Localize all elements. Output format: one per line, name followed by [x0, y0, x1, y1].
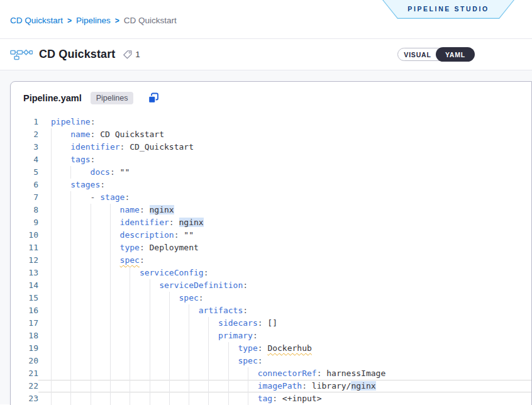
line-number: 3 — [11, 141, 38, 153]
editor-line-21[interactable]: 21connectorRef: harnessImage — [11, 367, 531, 380]
yaml-editor[interactable]: 1pipeline:2name: CD Quickstart3identifie… — [11, 114, 531, 405]
line-number: 23 — [11, 392, 38, 405]
editor-line-16[interactable]: 16artifacts: — [11, 304, 531, 317]
editor-line-19[interactable]: 19type: Dockerhub — [11, 342, 531, 355]
top-bar: CD Quickstart > Pipelines > CD Quickstar… — [0, 0, 532, 39]
line-number: 8 — [11, 204, 38, 216]
editor-line-6[interactable]: 6stages: — [11, 179, 531, 191]
line-number: 10 — [11, 229, 38, 241]
pipeline-studio-label: PIPELINE STUDIO — [407, 5, 489, 13]
breadcrumb-separator: > — [67, 16, 72, 25]
line-number: 7 — [11, 191, 38, 204]
editor-line-17[interactable]: 17sidecars: [] — [11, 317, 531, 330]
page-title: CD Quickstart — [39, 48, 115, 61]
editor-line-13[interactable]: 13serviceConfig: — [11, 267, 531, 279]
line-number: 22 — [11, 380, 38, 392]
line-number: 15 — [11, 292, 38, 304]
editor-line-22[interactable]: 22imagePath: library/nginx — [11, 380, 531, 392]
yaml-editor-card: Pipeline.yaml Pipelines 1pipeline:2name:… — [10, 81, 532, 405]
editor-line-2[interactable]: 2name: CD Quickstart — [11, 128, 531, 141]
line-number: 12 — [11, 254, 38, 267]
line-number: 16 — [11, 304, 38, 317]
toggle-visual-button[interactable]: VISUAL — [397, 48, 438, 61]
editor-line-14[interactable]: 14serviceDefinition: — [11, 279, 531, 292]
editor-line-23[interactable]: 23tag: <+input> — [11, 392, 531, 405]
line-number: 5 — [11, 166, 38, 179]
editor-line-3[interactable]: 3identifier: CD_Quickstart — [11, 141, 531, 153]
line-number: 2 — [11, 128, 38, 141]
line-number: 18 — [11, 330, 38, 342]
editor-line-5[interactable]: 5docs: "" — [11, 166, 531, 179]
line-number: 9 — [11, 216, 38, 229]
pipeline-graph-icon — [10, 48, 33, 63]
yaml-editor-header: Pipeline.yaml Pipelines — [11, 82, 531, 114]
page-background: Pipeline.yaml Pipelines 1pipeline:2name:… — [0, 70, 532, 404]
title-bar: CD Quickstart 1 VISUAL YAML — [0, 39, 532, 70]
editor-line-15[interactable]: 15spec: — [11, 292, 531, 304]
breadcrumb-separator: > — [115, 16, 119, 25]
editor-line-18[interactable]: 18primary: — [11, 330, 531, 342]
copy-button[interactable] — [147, 92, 160, 104]
line-number: 17 — [11, 317, 38, 330]
line-number: 4 — [11, 153, 38, 166]
tag-icon — [123, 50, 133, 60]
breadcrumb-link-pipelines[interactable]: Pipelines — [76, 16, 111, 25]
line-number: 21 — [11, 367, 38, 380]
visual-yaml-toggle: VISUAL YAML — [397, 48, 474, 61]
editor-line-12[interactable]: 12spec: — [11, 254, 531, 267]
line-number: 11 — [11, 241, 38, 254]
line-number: 1 — [11, 116, 38, 128]
editor-line-11[interactable]: 11type: Deployment — [11, 241, 531, 254]
file-name: Pipeline.yaml — [23, 93, 82, 103]
editor-line-8[interactable]: 8name: nginx — [11, 204, 531, 216]
line-number: 14 — [11, 279, 38, 292]
toggle-yaml-button[interactable]: YAML — [436, 47, 475, 62]
copy-icon — [147, 92, 160, 104]
editor-line-9[interactable]: 9identifier: nginx — [11, 216, 531, 229]
pipelines-chip[interactable]: Pipelines — [91, 92, 134, 104]
breadcrumb: CD Quickstart > Pipelines > CD Quickstar… — [10, 13, 177, 25]
tags-indicator[interactable]: 1 — [123, 50, 140, 60]
breadcrumb-current: CD Quickstart — [124, 16, 177, 25]
tag-count: 1 — [135, 50, 140, 59]
line-number: 20 — [11, 355, 38, 367]
editor-line-10[interactable]: 10description: "" — [11, 229, 531, 241]
editor-line-20[interactable]: 20spec: — [11, 355, 531, 367]
line-number: 19 — [11, 342, 38, 355]
editor-line-4[interactable]: 4tags: — [11, 153, 531, 166]
line-number: 6 — [11, 179, 38, 191]
editor-line-1[interactable]: 1pipeline: — [11, 116, 531, 128]
line-number: 13 — [11, 267, 38, 279]
pipeline-studio-banner: PIPELINE STUDIO — [382, 0, 514, 19]
breadcrumb-link-project[interactable]: CD Quickstart — [10, 16, 63, 25]
editor-line-7[interactable]: 7- stage: — [11, 191, 531, 204]
